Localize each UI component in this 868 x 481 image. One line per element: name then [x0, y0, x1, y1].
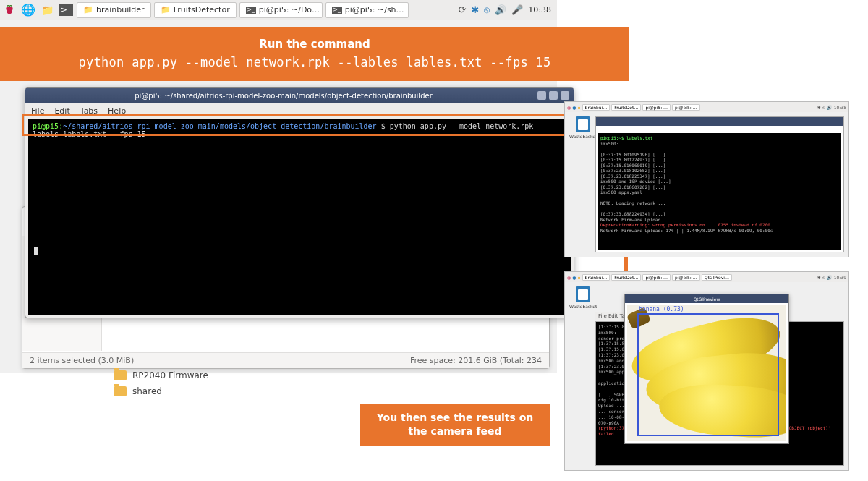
taskbar-item-terminal1[interactable]: >_ pi@pi5: ~/Do… [239, 2, 323, 18]
terminal-icon: >_ [332, 6, 342, 14]
callout-run-command: Run the command python app.py --model ne… [0, 27, 629, 81]
browser-icon: ● [572, 275, 576, 280]
svg-point-2 [7, 9, 12, 14]
folder-icon [114, 386, 127, 396]
taskbar-item-label: pi@pi5: ~/Do… [259, 5, 320, 14]
text-cursor-icon [34, 247, 38, 255]
raspberry-menu-icon[interactable] [1, 1, 18, 19]
prompt-path: ~/shared/aitrios-rpi-model-zoo-main/mode… [63, 122, 376, 130]
browser-icon: ● [572, 105, 576, 110]
file-row[interactable]: RP2040 Firmware [114, 367, 537, 383]
taskbar-item-label: brainbuilder [96, 5, 145, 14]
thumbnail-camera-feed: ◉ ● ▪ brainbui… FruitsDet… pi@pi5: … pi@… [564, 271, 849, 471]
mini-task-item: FruitsDet… [611, 104, 641, 111]
taskbar-item-label: pi@pi5: ~/sh… [345, 5, 404, 14]
mini-tray: ✱ ⎋ 🔊 10:38 [817, 105, 846, 110]
preview-title: QtGlPreview [625, 294, 788, 303]
menu-tabs[interactable]: Tabs [80, 106, 98, 116]
mini-task-item: QtGlPrevi… [702, 274, 732, 281]
callout-results: You then see the results on the camera f… [360, 404, 550, 446]
callout-command-text: python app.py --model network.rpk --labl… [7, 55, 622, 69]
folder-icon: ▪ [578, 275, 581, 280]
menu-edit[interactable]: Edit [54, 106, 69, 116]
detection-label: banana (0.73) [639, 306, 684, 312]
wifi-icon[interactable]: ⎋ [484, 4, 490, 15]
mini-tray: ✱ ⎋ 🔊 10:39 [817, 275, 846, 280]
refresh-icon[interactable]: ⟳ [458, 4, 466, 15]
mini-terminal: pi@pi5:~$ labels.txtimx500:...[0:37:15.8… [595, 116, 844, 252]
folder-icon: 📁 [83, 6, 93, 14]
status-selection: 2 items selected (3.0 MiB) [30, 356, 134, 365]
mini-task-item: brainbui… [582, 274, 610, 281]
taskbar: 🌐 📁 >_ 📁 brainbuilder 📁 FruitsDetector >… [0, 0, 557, 20]
file-name: shared [132, 386, 162, 396]
terminal-window[interactable]: pi@pi5: ~/shared/aitrios-rpi-model-zoo-m… [25, 87, 574, 318]
taskbar-item-label: FruitsDetector [174, 5, 230, 14]
status-free-space: Free space: 201.6 GiB (Total: 234 [410, 356, 542, 365]
mini-terminal-output: pi@pi5:~$ labels.txtimx500:...[0:37:15.8… [598, 133, 841, 250]
raspberry-menu-icon: ◉ [567, 105, 571, 110]
mini-task-item: pi@pi5: … [672, 104, 700, 111]
menu-file[interactable]: File [31, 106, 44, 116]
folder-icon: ▪ [578, 105, 581, 110]
mini-task-item: pi@pi5: … [672, 274, 700, 281]
mini-task-item: pi@pi5: … [642, 274, 671, 281]
terminal-title: pi@pi5: ~/shared/aitrios-rpi-model-zoo-m… [30, 92, 537, 100]
terminal-screen[interactable]: pi@pi5:~/shared/aitrios-rpi-model-zoo-ma… [28, 119, 571, 315]
mini-task-item: FruitsDet… [611, 274, 641, 281]
thumbnail-push-model: ◉ ● ▪ brainbui… FruitsDet… pi@pi5: … pi@… [564, 101, 849, 257]
window-controls[interactable] [537, 91, 569, 100]
taskbar-item-terminal2[interactable]: >_ pi@pi5: ~/sh… [326, 2, 409, 18]
detection-bbox: banana (0.73) [637, 313, 779, 436]
wastebasket-icon: Wastebasket [569, 116, 597, 139]
mini-task-item: pi@pi5: … [642, 104, 671, 111]
callout-text: You then see the results on the camera f… [377, 412, 534, 437]
taskbar-item-fruitsdetector[interactable]: 📁 FruitsDetector [154, 2, 237, 18]
folder-icon: 📁 [161, 6, 171, 14]
mini-taskbar: ◉ ● ▪ brainbui… FruitsDet… pi@pi5: … pi@… [565, 272, 848, 282]
file-manager-statusbar: 2 items selected (3.0 MiB) Free space: 2… [22, 352, 549, 368]
file-row[interactable]: shared [114, 383, 537, 399]
terminal-menubar: File Edit Tabs Help [25, 103, 574, 118]
mini-taskbar: ◉ ● ▪ brainbui… FruitsDet… pi@pi5: … pi@… [565, 102, 848, 112]
system-tray: ⟳ ✱ ⎋ 🔊 🎤 10:38 [458, 4, 557, 15]
folder-icon [114, 370, 127, 380]
clock: 10:38 [528, 5, 551, 14]
browser-icon[interactable]: 🌐 [20, 1, 37, 19]
bluetooth-icon[interactable]: ✱ [471, 4, 479, 15]
taskbar-item-brainbuilder[interactable]: 📁 brainbuilder [77, 2, 151, 18]
file-manager-icon[interactable]: 📁 [38, 1, 56, 19]
mini-task-item: brainbui… [582, 104, 610, 111]
raspberry-menu-icon: ◉ [567, 275, 571, 280]
terminal-launcher-icon[interactable]: >_ [57, 1, 75, 19]
terminal-icon: >_ [246, 6, 256, 14]
file-name: RP2040 Firmware [132, 370, 208, 380]
callout-title: Run the command [7, 38, 622, 51]
prompt-user: pi@pi5 [33, 122, 59, 130]
terminal-titlebar[interactable]: pi@pi5: ~/shared/aitrios-rpi-model-zoo-m… [25, 88, 574, 103]
camera-preview-window: QtGlPreview banana (0.73) [624, 294, 789, 444]
mic-icon[interactable]: 🎤 [511, 4, 523, 15]
volume-icon[interactable]: 🔊 [495, 4, 506, 15]
wastebasket-icon: Wastebasket [569, 286, 597, 309]
menu-help[interactable]: Help [108, 106, 126, 116]
